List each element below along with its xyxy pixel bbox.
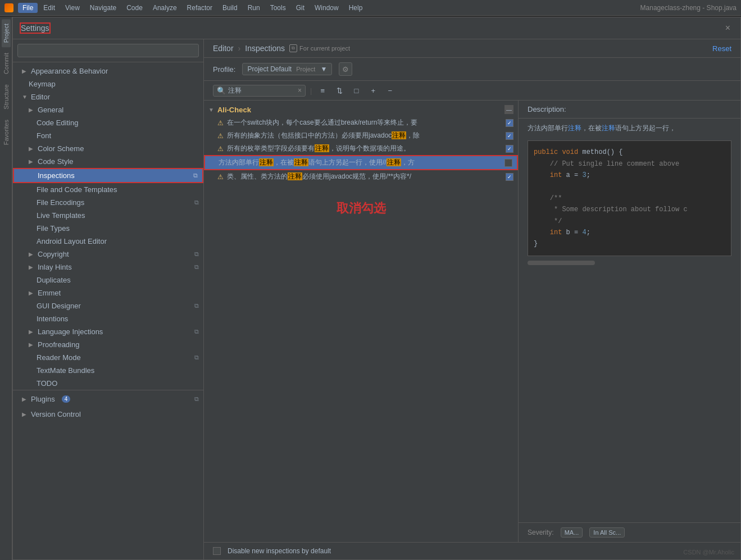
- severity-select[interactable]: MA...: [561, 527, 583, 538]
- menu-build[interactable]: Build: [218, 3, 242, 13]
- severity-row: Severity: MA... In All Sc...: [519, 522, 740, 542]
- sidebar-item-file-code-templates-label: File and Code Templates: [37, 185, 117, 194]
- checkbox-1[interactable]: [506, 132, 513, 140]
- group-collapse-button[interactable]: —: [504, 105, 513, 114]
- settings-sidebar: ▶ Appearance & Behavior Keymap ▼ Editor …: [13, 39, 204, 559]
- sidebar-item-emmet-label: Emmet: [38, 289, 61, 297]
- copy-icon-inspections: ⧉: [193, 172, 198, 179]
- left-panel-tabs: Project Commit Structure Favorites: [0, 17, 12, 560]
- sidebar-search-container: [13, 39, 203, 62]
- bottom-credit: CSDN @Mr.Aholic: [683, 549, 734, 556]
- sidebar-item-file-types[interactable]: File Types: [13, 222, 203, 235]
- sidebar-item-general[interactable]: ▶ General: [13, 103, 203, 116]
- sidebar-item-reader-mode[interactable]: Reader Mode ⧉: [13, 351, 203, 364]
- disable-inspections-checkbox[interactable]: [213, 547, 221, 555]
- sidebar-item-emmet[interactable]: ▶ Emmet: [13, 286, 203, 299]
- inspection-item-text-2: 所有的枚举类型字段必须要有注释，说明每个数据项的用途。: [227, 144, 502, 153]
- content-split: ▼ Ali-Check — ⚠ 在一个switch块内，每个case要么通过br…: [204, 101, 740, 542]
- breadcrumb-sep: ›: [238, 44, 241, 53]
- horizontal-scrollbar[interactable]: [528, 261, 731, 265]
- menu-help[interactable]: Help: [344, 3, 367, 13]
- reset-button[interactable]: Reset: [712, 44, 731, 53]
- toolbar-collapse-all[interactable]: ⇅: [333, 84, 346, 97]
- project-icon: ⧉: [289, 44, 297, 52]
- inspection-item-1[interactable]: ⚠ 所有的抽象方法（包括接口中的方法）必须要用javadoc注释，除: [204, 129, 518, 142]
- inspection-group-ali-check[interactable]: ▼ Ali-Check —: [204, 103, 518, 116]
- sidebar-item-intentions[interactable]: Intentions: [13, 312, 203, 325]
- checkbox-2[interactable]: [506, 145, 513, 153]
- plugins-badge: 4: [62, 395, 71, 403]
- copy-icon-lang-injections: ⧉: [194, 328, 199, 335]
- menu-run[interactable]: Run: [243, 3, 265, 13]
- sidebar-item-font[interactable]: Font: [13, 129, 203, 142]
- sidebar-item-keymap-label: Keymap: [29, 80, 56, 88]
- sidebar-item-todo-label: TODO: [37, 379, 57, 388]
- sidebar-item-inspections[interactable]: Inspections ⧉: [13, 168, 203, 183]
- inspections-list: ▼ Ali-Check — ⚠ 在一个switch块内，每个case要么通过br…: [204, 101, 519, 542]
- sidebar-item-todo[interactable]: TODO: [13, 377, 203, 390]
- filter-clear-button[interactable]: ×: [298, 86, 302, 94]
- sidebar-item-inlay-hints[interactable]: ▶ Inlay Hints ⧉: [13, 261, 203, 274]
- sidebar-item-textmate[interactable]: TextMate Bundles: [13, 364, 203, 377]
- search-filter-input[interactable]: [228, 86, 296, 94]
- plugins-section: ▶ Plugins 4 ⧉: [13, 390, 203, 408]
- sidebar-item-live-templates[interactable]: Live Templates: [13, 209, 203, 222]
- menu-analyze[interactable]: Analyze: [148, 3, 181, 13]
- sidebar-item-file-code-templates[interactable]: File and Code Templates: [13, 183, 203, 196]
- inspection-item-4[interactable]: ⚠ 类、属性、类方法的注释必须使用javadoc规范，使用/**内容*/: [204, 170, 518, 183]
- toolbar-expand-all[interactable]: ≡: [316, 84, 329, 97]
- sidebar-item-plugins[interactable]: ▶ Plugins 4 ⧉: [13, 393, 203, 406]
- menu-file[interactable]: File: [18, 3, 38, 13]
- sidebar-item-file-encodings[interactable]: File Encodings ⧉: [13, 196, 203, 209]
- for-current-project-label: For current project: [299, 45, 350, 52]
- inspection-item-2[interactable]: ⚠ 所有的枚举类型字段必须要有注释，说明每个数据项的用途。: [204, 142, 518, 155]
- scope-select[interactable]: In All Sc...: [589, 527, 625, 538]
- panel-tab-project[interactable]: Project: [2, 19, 11, 47]
- checkbox-4[interactable]: [506, 173, 513, 181]
- app-icon: [4, 3, 13, 12]
- sidebar-item-keymap[interactable]: Keymap: [13, 78, 203, 90]
- checkbox-0[interactable]: [506, 119, 513, 127]
- sidebar-item-version-control[interactable]: ▶ Version Control: [13, 408, 203, 421]
- expand-arrow-general: ▶: [29, 107, 34, 113]
- gear-button[interactable]: ⚙: [339, 62, 352, 76]
- sidebar-item-duplicates[interactable]: Duplicates: [13, 274, 203, 286]
- sidebar-item-code-style[interactable]: ▶ Code Style: [13, 155, 203, 168]
- menu-tools[interactable]: Tools: [266, 3, 290, 13]
- menu-code[interactable]: Code: [122, 3, 147, 13]
- inspection-item-0[interactable]: ⚠ 在一个switch块内，每个case要么通过break/return等来终止…: [204, 116, 518, 129]
- menu-git[interactable]: Git: [292, 3, 309, 13]
- sidebar-item-color-scheme[interactable]: ▶ Color Scheme: [13, 142, 203, 155]
- toolbar-remove[interactable]: −: [384, 84, 396, 97]
- profile-select[interactable]: Project Default Project ▼: [242, 63, 332, 75]
- sidebar-item-code-editing[interactable]: Code Editing: [13, 116, 203, 129]
- sidebar-item-android-layout[interactable]: Android Layout Editor: [13, 235, 203, 248]
- profile-row: Profile: Project Default Project ▼ ⚙: [204, 58, 740, 81]
- sidebar-item-code-style-label: Code Style: [38, 157, 74, 166]
- panel-tab-favorites[interactable]: Favorites: [2, 115, 11, 149]
- menu-view[interactable]: View: [61, 3, 84, 13]
- copy-icon-encodings: ⧉: [194, 199, 199, 206]
- menu-refactor[interactable]: Refactor: [183, 3, 217, 13]
- sidebar-item-appearance[interactable]: ▶ Appearance & Behavior: [13, 65, 203, 78]
- inspection-item-3[interactable]: 方法内部单行注释，在被注释语句上方另起一行，使用//注释，方: [204, 155, 518, 170]
- sidebar-search-input[interactable]: [17, 44, 199, 57]
- sidebar-item-font-label: Font: [37, 131, 51, 140]
- menu-navigate[interactable]: Navigate: [85, 3, 121, 13]
- toolbar-add[interactable]: +: [367, 84, 379, 97]
- menu-edit[interactable]: Edit: [39, 3, 60, 13]
- profile-value: Project Default: [247, 65, 292, 73]
- close-button[interactable]: ×: [722, 22, 734, 34]
- toolbar-toggle-view[interactable]: □: [350, 84, 362, 97]
- menu-window[interactable]: Window: [310, 3, 343, 13]
- panel-tab-commit[interactable]: Commit: [2, 48, 11, 79]
- sidebar-item-editor[interactable]: ▼ Editor: [13, 90, 203, 103]
- sidebar-item-proofreading[interactable]: ▶ Proofreading: [13, 338, 203, 351]
- sidebar-item-gui-designer[interactable]: GUI Designer ⧉: [13, 299, 203, 312]
- checkbox-3[interactable]: [504, 159, 512, 167]
- description-highlight-1: 注释: [568, 124, 581, 132]
- sidebar-item-copyright[interactable]: ▶ Copyright ⧉: [13, 248, 203, 261]
- panel-tab-structure[interactable]: Structure: [2, 80, 11, 114]
- sidebar-item-lang-injections[interactable]: ▶ Language Injections ⧉: [13, 325, 203, 338]
- expand-arrow-color-scheme: ▶: [29, 145, 34, 152]
